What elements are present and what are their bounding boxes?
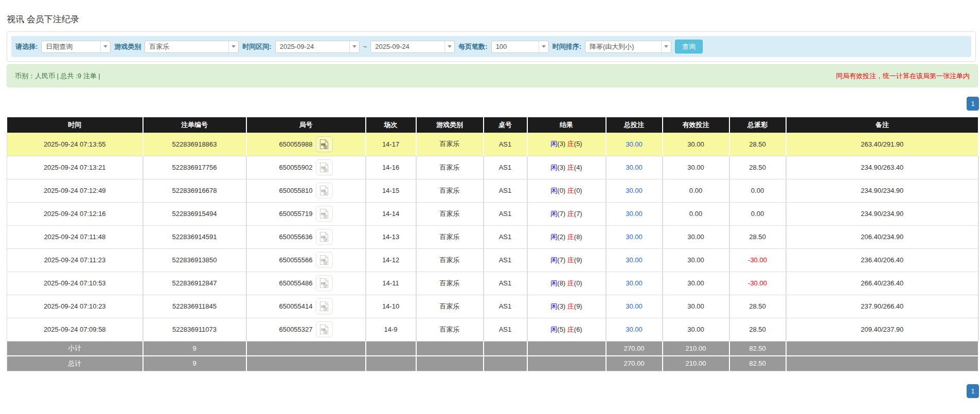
total-row-cell [786,356,979,371]
session-cell: 14-12 [366,248,416,272]
page-1-button[interactable]: 1 [967,384,979,398]
table-no-cell: AS1 [484,156,527,179]
session-cell: 14-10 [366,295,416,318]
total-row-cell: 9 [143,356,246,371]
total-row: 总计9270.00210.0082.50 [7,356,979,371]
payout-cell: 0.00 [729,202,786,225]
total-bet-link[interactable]: 30.00 [626,279,643,287]
video-replay-button[interactable] [316,229,333,245]
select-type-label: 请选择: [15,42,38,51]
player-label: 闲 [550,187,557,194]
total-bet-link[interactable]: 30.00 [626,256,643,264]
video-file-icon [319,278,329,289]
total-bet-link[interactable]: 30.00 [626,164,643,171]
page-size-combobox[interactable]: 100 [491,41,549,53]
pagination-top: 1 [7,97,979,111]
page-1-button[interactable]: 1 [967,97,979,111]
total-bet-link[interactable]: 30.00 [626,140,643,148]
summary-bar: 币别：人民币 | 总共 :9 注单 | 同局有效投注，统一计算在该局第一张注单内 [7,64,978,87]
video-replay-button[interactable] [316,275,333,291]
banker-score: (9) [574,256,582,264]
bet-id-cell: 522836912847 [143,272,246,295]
video-replay-button[interactable] [316,159,333,175]
video-file-icon [319,301,329,312]
page-size-value: 100 [492,41,539,52]
total-bet-link[interactable]: 30.00 [626,187,643,194]
round-no: 650055810 [279,187,312,194]
notice-text: 同局有效投注，统一计算在该局第一张注单内 [836,71,970,81]
valid-bet-cell: 30.00 [663,225,729,248]
video-replay-button[interactable] [316,321,333,337]
total-row-cell: 210.00 [663,356,729,371]
payout-cell: -30.00 [729,248,786,272]
filter-bar: 请选择: 日期查询 游戏类别 百家乐 时间区间: 2025-09-24 ~ 20… [11,36,971,57]
player-label: 闲 [550,302,557,310]
time-sort-combobox[interactable]: 降幂(由大到小) [585,41,671,53]
video-replay-button[interactable] [316,252,333,268]
query-button[interactable]: 查询 [675,40,703,53]
round-no: 650055902 [279,164,312,171]
total-row-cell: 270.00 [606,356,663,371]
game-type-cell: 百家乐 [416,248,484,272]
column-header: 总投注 [606,117,663,133]
valid-bet-cell: 30.00 [663,272,729,295]
pagination-bottom: 1 [7,384,979,398]
round-no: 650055414 [279,302,312,310]
time-cell: 2025-09-24 07:11:48 [7,225,143,248]
round-no-cell: 650055902 [246,156,366,179]
video-replay-button[interactable] [316,206,333,222]
total-bet-cell: 30.00 [606,318,663,341]
game-type-cell: 百家乐 [416,225,484,248]
total-bet-link[interactable]: 30.00 [626,233,643,241]
column-header: 结果 [527,117,606,133]
date-range-label: 时间区间: [242,42,271,51]
game-type-cell: 百家乐 [416,156,484,179]
total-bet-link[interactable]: 30.00 [626,302,643,310]
video-file-icon [319,185,329,196]
payout-cell: 28.50 [729,156,786,179]
date-to-picker[interactable]: 2025-09-24 [370,41,455,53]
column-header: 备注 [786,117,979,133]
chevron-down-icon[interactable] [349,41,359,52]
video-replay-button[interactable] [316,183,333,199]
video-replay-button[interactable] [316,298,333,314]
chevron-down-icon[interactable] [661,41,671,52]
chevron-down-icon[interactable] [228,41,238,52]
player-label: 闲 [550,210,557,218]
select-type-combobox[interactable]: 日期查询 [41,41,111,53]
player-score: (2) [557,233,567,241]
result-cell: 闲(8) 庄(0) [527,272,606,295]
remark-cell: 236.40/206.40 [786,248,979,272]
total-row-cell [527,356,606,371]
chevron-down-icon[interactable] [100,41,110,52]
subtotal-row-cell [246,341,366,356]
date-from-picker[interactable]: 2025-09-24 [275,41,360,53]
time-cell: 2025-09-24 07:12:49 [7,179,143,202]
result-cell: 闲(7) 庄(7) [527,202,606,225]
payout-cell: 28.50 [729,295,786,318]
banker-label: 庄 [567,233,574,241]
total-bet-link[interactable]: 30.00 [626,326,643,333]
session-cell: 14-9 [366,318,416,341]
total-bet-cell: 30.00 [606,133,663,156]
game-type-cell: 百家乐 [416,202,484,225]
bet-id-cell: 522836913850 [143,248,246,272]
subtotal-row-cell: 9 [143,341,246,356]
banker-score: (9) [574,302,582,310]
total-bet-link[interactable]: 30.00 [626,210,643,218]
time-cell: 2025-09-24 07:10:53 [7,272,143,295]
column-header: 局号 [246,117,366,133]
subtotal-row-cell [527,341,606,356]
page: 视讯 会员下注纪录 请选择: 日期查询 游戏类别 百家乐 时间区间: 2025-… [0,13,980,398]
filter-panel: 请选择: 日期查询 游戏类别 百家乐 时间区间: 2025-09-24 ~ 20… [7,31,976,62]
round-no-cell: 650055988 [246,133,366,156]
banker-score: (8) [574,233,582,241]
payout-cell: 28.50 [729,133,786,156]
chevron-down-icon[interactable] [444,41,454,52]
result-cell: 闲(2) 庄(8) [527,225,606,248]
game-type-combobox[interactable]: 百家乐 [145,41,239,53]
time-cell: 2025-09-24 07:13:55 [7,133,143,156]
video-replay-button[interactable] [316,136,333,152]
player-score: (3) [557,302,567,310]
chevron-down-icon[interactable] [539,41,548,52]
